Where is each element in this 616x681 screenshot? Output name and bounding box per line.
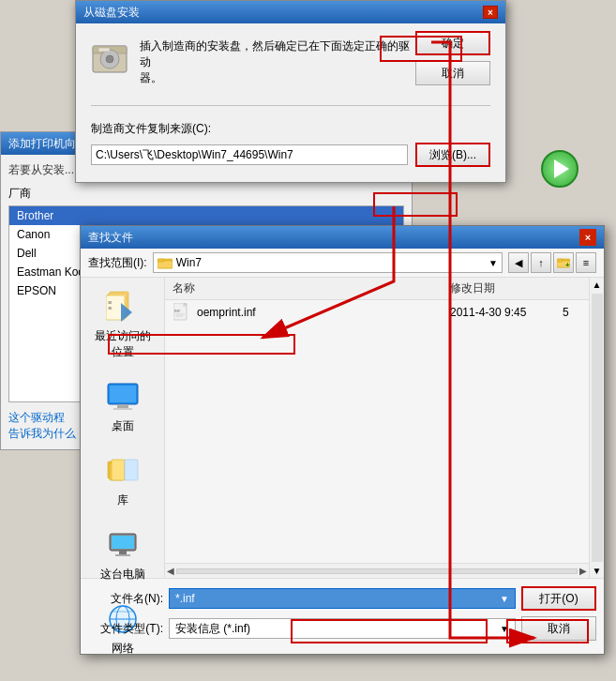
file-name: oemprint.inf — [197, 306, 450, 319]
source-path-input[interactable] — [91, 144, 408, 165]
location-value: Win7 — [176, 256, 202, 269]
svg-rect-24 — [112, 460, 125, 480]
filename-input-wrapper[interactable]: *.inf ▼ — [169, 588, 516, 609]
svg-rect-21 — [113, 408, 132, 410]
filename-row: 文件名(N): *.inf ▼ 打开(O) — [88, 586, 596, 611]
footer-open-buttons: 打开(O) — [521, 586, 596, 611]
svg-rect-10 — [557, 259, 563, 262]
fromdisk-close[interactable]: × — [483, 6, 498, 19]
nav-view-btn[interactable]: ≡ — [576, 252, 596, 273]
svg-point-3 — [106, 55, 113, 63]
filebrowser-titlebar: 查找文件 × — [81, 226, 604, 249]
desktop-label: 桌面 — [112, 418, 134, 434]
filebrowser-footer: 文件名(N): *.inf ▼ 打开(O) 文件类型(T): 安装信息 (*.i… — [81, 578, 604, 654]
nav-new-folder-btn[interactable]: + — [553, 252, 574, 273]
play-button[interactable] — [541, 150, 578, 188]
nav-up-btn[interactable]: ↑ — [531, 252, 551, 273]
fromdisk-dialog: 从磁盘安装 × 插入制造商的安装盘，然后确定已在下面选定正确的驱动 器。 确定 — [75, 0, 506, 183]
svg-text:≡: ≡ — [108, 305, 112, 311]
svg-rect-19 — [110, 386, 136, 402]
source-row: 浏览(B)... — [91, 143, 490, 167]
scroll-up-arrow[interactable]: ▲ — [591, 278, 604, 292]
file-item-oemprint[interactable]: INF oemprint.inf 2011-4-30 9:45 5 — [165, 300, 589, 325]
fb-content-area: 名称 修改日期 INF — [165, 278, 589, 578]
svg-rect-25 — [125, 460, 138, 480]
svg-rect-28 — [119, 551, 127, 554]
svg-rect-4 — [98, 48, 110, 52]
fromdisk-title: 从磁盘安装 — [83, 5, 140, 21]
disk-icon — [91, 38, 128, 76]
filename-label: 文件名(N): — [88, 591, 163, 607]
inf-file-icon: INF — [173, 303, 191, 322]
svg-text:INF: INF — [174, 309, 181, 313]
new-folder-icon: + — [557, 256, 570, 269]
browse-button[interactable]: 浏览(B)... — [415, 143, 490, 167]
filetype-row: 文件类型(T): 安装信息 (*.inf) ▼ 取消 — [88, 616, 596, 641]
col-name-header: 名称 — [173, 280, 450, 296]
svg-text:+: + — [565, 261, 570, 269]
desktop-icon — [105, 379, 141, 415]
file-size: 5 — [563, 306, 581, 319]
scroll-right-arrow[interactable]: ▶ — [579, 566, 587, 576]
scroll-down-arrow[interactable]: ▼ — [591, 564, 604, 578]
fb-horizontal-scrollbar[interactable]: ◀ ▶ — [165, 563, 589, 578]
sidebar-desktop[interactable]: 桌面 — [86, 375, 159, 438]
fb-file-list: INF oemprint.inf 2011-4-30 9:45 5 — [165, 300, 589, 563]
filetype-select-wrapper[interactable]: 安装信息 (*.inf) ▼ — [169, 618, 516, 639]
fromdisk-titlebar: 从磁盘安装 × — [76, 1, 505, 23]
open-button[interactable]: 打开(O) — [521, 586, 596, 611]
separator — [91, 105, 490, 106]
computer-icon — [105, 527, 141, 563]
filebrowser-close[interactable]: × — [579, 229, 596, 246]
nav-back-btn[interactable]: ◀ — [508, 252, 529, 273]
sidebar-recent[interactable]: ≡ ≡ 最近访问的位置 — [86, 285, 159, 364]
fromdisk-top: 插入制造商的安装盘，然后确定已在下面选定正确的驱动 器。 确定 取消 — [91, 38, 490, 86]
cancel-button-fb[interactable]: 取消 — [521, 616, 596, 641]
filebrowser-toolbar: 查找范围(I): Win7 ▼ ◀ ↑ + ≡ — [81, 249, 604, 278]
fromdisk-description: 插入制造商的安装盘，然后确定已在下面选定正确的驱动 器。 — [140, 38, 415, 86]
scroll-left-arrow[interactable]: ◀ — [167, 566, 174, 576]
recent-label: 最近访问的位置 — [90, 328, 156, 360]
svg-rect-7 — [158, 259, 164, 262]
library-label: 库 — [117, 492, 128, 508]
scroll-track[interactable] — [176, 568, 578, 574]
filetype-dropdown: ▼ — [500, 624, 509, 634]
col-date-header: 修改日期 — [450, 280, 563, 296]
svg-rect-29 — [115, 554, 130, 556]
filetype-value: 安装信息 (*.inf) — [175, 621, 250, 637]
folder-icon — [158, 255, 173, 270]
svg-rect-27 — [112, 536, 134, 549]
fb-sidebar: ≡ ≡ 最近访问的位置 桌面 — [81, 278, 165, 578]
list-item-brother[interactable]: Brother — [9, 206, 403, 225]
svg-rect-20 — [117, 404, 128, 408]
col-extra-header — [563, 280, 581, 296]
filename-dropdown: ▼ — [500, 594, 509, 604]
file-date: 2011-4-30 9:45 — [450, 306, 563, 319]
sidebar-computer[interactable]: 这台电脑 — [86, 523, 159, 586]
filebrowser-dialog: 查找文件 × 查找范围(I): Win7 ▼ ◀ ↑ + — [80, 225, 605, 655]
location-combo[interactable]: Win7 ▼ — [153, 252, 503, 273]
location-label: 查找范围(I): — [88, 255, 147, 271]
recent-icon: ≡ ≡ — [105, 289, 141, 325]
filebrowser-main: ≡ ≡ 最近访问的位置 桌面 — [81, 278, 604, 578]
library-icon — [105, 453, 141, 489]
network-label: 网络 — [112, 641, 134, 657]
filetype-label: 文件类型(T): — [88, 621, 163, 637]
cancel-button-fromdisk[interactable]: 取消 — [415, 61, 490, 85]
location-dropdown-arrow: ▼ — [488, 258, 498, 268]
nav-buttons: ◀ ↑ + ≡ — [508, 252, 596, 273]
play-icon — [554, 159, 569, 178]
fromdisk-buttons: 确定 取消 — [415, 31, 490, 85]
fromdisk-body: 插入制造商的安装盘，然后确定已在下面选定正确的驱动 器。 确定 取消 制造商文件… — [76, 23, 505, 182]
fb-vertical-scrollbar[interactable]: ▲ ▼ — [589, 278, 604, 578]
sidebar-library[interactable]: 库 — [86, 449, 159, 512]
fb-content-header: 名称 修改日期 — [165, 278, 589, 300]
confirm-button[interactable]: 确定 — [415, 31, 490, 55]
computer-label: 这台电脑 — [100, 567, 145, 583]
source-label: 制造商文件复制来源(C): — [91, 121, 490, 137]
scroll-thumb[interactable] — [592, 294, 603, 562]
manufacturer-label: 厂商 — [8, 186, 404, 202]
filename-value: *.inf — [175, 592, 195, 605]
filebrowser-title: 查找文件 — [88, 230, 133, 246]
